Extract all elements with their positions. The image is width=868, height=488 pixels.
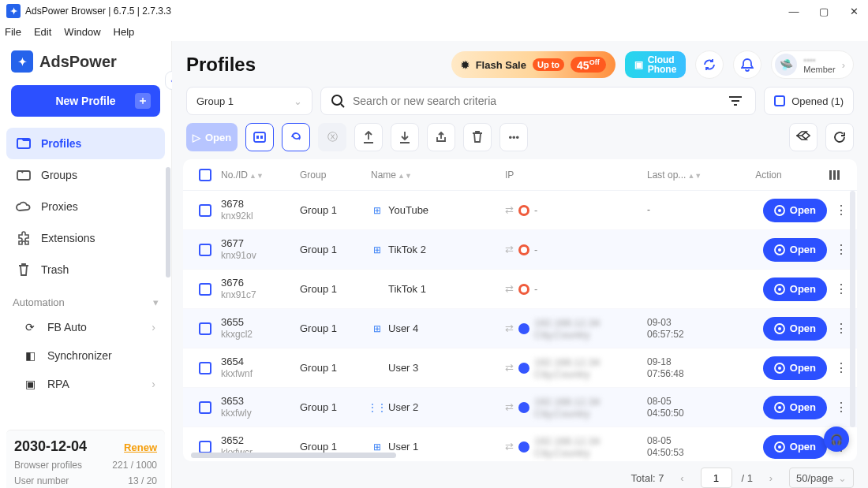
window-close-button[interactable]: ✕ [846,6,862,17]
sort-icon: ▲▼ [398,172,412,180]
page-next-button[interactable]: › [762,468,780,488]
row-open-button[interactable]: Open [763,278,827,301]
nav-trash[interactable]: Trash [6,254,165,285]
tags-button[interactable] [789,123,817,151]
refresh-table-button[interactable] [825,123,854,151]
import-button[interactable] [391,123,419,151]
row-more-button[interactable]: ⋮ [832,360,851,375]
cloud-phone-button[interactable]: ▣ CloudPhone [625,51,687,78]
nav-label: Extensions [41,232,95,244]
filter-icon[interactable] [728,95,746,106]
windows-icon: ⊞ [371,204,383,217]
col-ip[interactable]: IP [505,169,647,181]
table-row[interactable]: 3655kkxgcl2 Group 1 ⊞User 4 ⇄192.168.12.… [183,309,857,348]
sync-button[interactable] [695,50,724,79]
nav-synchronizer[interactable]: ◧Synchronizer [6,341,165,370]
nav-groups[interactable]: Groups [6,159,165,191]
columns-picker-button[interactable] [819,169,851,181]
group-select[interactable]: Group 1 ⌄ [186,87,312,115]
delete-button[interactable] [463,123,492,151]
help-fab[interactable]: 🎧 [824,427,849,452]
row-more-button[interactable]: ⋮ [832,203,851,218]
flash-sale-banner[interactable]: ✹ Flash Sale Up to 45Off [451,51,615,78]
page-prev-button[interactable]: ‹ [674,468,691,488]
account-menu[interactable]: 🛸 ••••Member › [771,50,854,79]
row-more-button[interactable]: ⋮ [832,242,851,257]
chevron-down-icon: ▾ [153,296,159,308]
search-input[interactable] [353,95,720,107]
ip-ok-icon [518,363,529,374]
search-box[interactable] [320,87,756,115]
window-minimize-button[interactable]: — [786,6,802,17]
table-vscrollbar[interactable] [850,191,855,427]
renew-link[interactable]: Renew [124,441,157,453]
row-open-button[interactable]: Open [763,238,827,262]
page-size-select[interactable]: 50/page⌄ [789,468,854,488]
new-profile-button[interactable]: New Profile ＋ [11,85,160,117]
sort-icon: ▲▼ [687,172,702,180]
table-row[interactable]: 3678knx92kl Group 1 ⊞YouTube ⇄- - Open ⋮ [183,191,857,230]
row-name: User 1 [388,441,418,453]
menu-window[interactable]: Window [64,26,100,38]
col-last[interactable]: Last op...▲▼ [647,169,718,181]
col-name[interactable]: Name▲▼ [371,169,505,181]
row-checkbox[interactable] [199,283,211,296]
svg-rect-6 [829,170,832,180]
row-id: kkxgcl2 [221,329,300,341]
table-row[interactable]: 3654kkxfwnf Group 1 User 3 ⇄192.168.12.3… [183,348,857,388]
swap-icon: ⇄ [505,401,514,413]
expiry-date: 2030-12-04 [14,438,87,455]
row-checkbox[interactable] [199,244,211,256]
un-label: User number [14,475,69,486]
row-open-button[interactable]: Open [763,317,827,341]
row-ip: ⇄192.168.12.34City,Country [505,396,647,419]
menu-edit[interactable]: Edit [34,26,51,38]
select-all-checkbox[interactable] [199,169,211,181]
cloud-icon [16,199,32,214]
row-open-button[interactable]: Open [763,199,827,222]
window-maximize-button[interactable]: ▢ [816,6,832,17]
row-checkbox[interactable] [199,401,211,414]
nav-extensions[interactable]: Extensions [6,222,165,254]
table-row[interactable]: 3653kkxfwly Group 1 ⋮⋮User 2 ⇄192.168.12… [183,388,857,427]
notifications-button[interactable] [733,50,761,79]
share-button[interactable] [427,123,455,151]
sidebar-scrollbar[interactable] [166,167,170,278]
row-checkbox[interactable] [199,204,211,217]
row-more-button[interactable]: ⋮ [832,400,851,415]
menu-help[interactable]: Help [114,26,135,38]
section-automation[interactable]: Automation ▾ [0,285,171,313]
row-group: Group 1 [300,283,371,295]
nav-fb-auto[interactable]: ⟳FB Auto › [6,313,165,341]
apple-icon [371,283,383,296]
nav-proxies[interactable]: Proxies [6,191,165,222]
row-group: Group 1 [300,441,371,453]
open-button[interactable]: ▷Open [186,123,238,151]
row-checkbox[interactable] [199,362,211,374]
menubar: File Edit Window Help [0,22,868,41]
clear-button[interactable]: ⓧ [318,123,346,151]
col-group[interactable]: Group [300,169,371,181]
menu-file[interactable]: File [5,26,21,38]
nav-profiles[interactable]: Profiles [6,128,165,159]
reload-button[interactable] [282,123,310,151]
table-row[interactable]: 3677knx91ov Group 1 ⊞TikTok 2 ⇄- Open ⋮ [183,230,857,270]
more-button[interactable]: ••• [499,123,528,151]
row-more-button[interactable]: ⋮ [832,321,851,336]
col-no[interactable]: No./ID▲▼ [221,169,300,181]
row-open-button[interactable]: Open [763,435,827,459]
opened-filter[interactable]: Opened (1) [764,87,854,115]
row-open-button[interactable]: Open [763,396,827,419]
section-label: Automation [13,296,65,308]
table-row[interactable]: 3676knx91c7 Group 1 TikTok 1 ⇄- Open ⋮ [183,270,857,309]
table-hscrollbar[interactable] [191,453,396,458]
upto-label: Up to [533,58,564,71]
row-more-button[interactable]: ⋮ [832,281,851,296]
row-checkbox[interactable] [199,322,211,335]
row-checkbox[interactable] [199,441,211,453]
export-button[interactable] [354,123,383,151]
nav-rpa[interactable]: ▣RPA › [6,370,165,398]
row-open-button[interactable]: Open [763,356,827,380]
page-input[interactable] [701,468,732,488]
batch-button[interactable] [245,123,274,151]
